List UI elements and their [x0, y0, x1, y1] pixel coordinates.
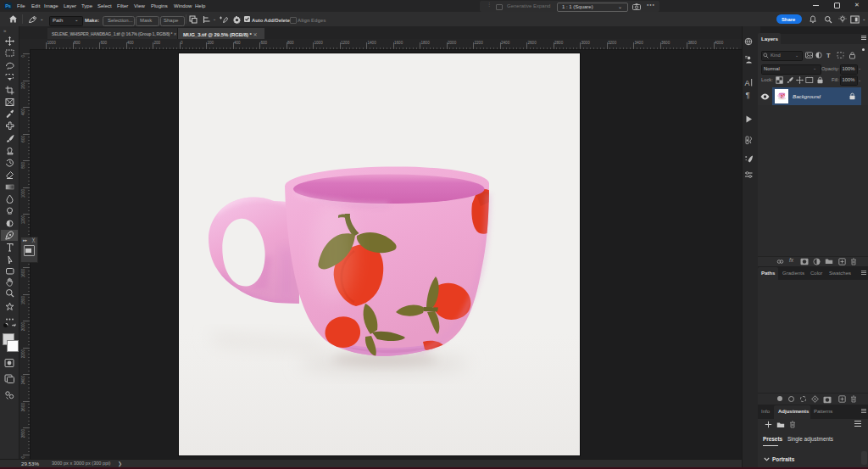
svg-text:¶: ¶: [745, 90, 749, 99]
svg-text:A: A: [744, 79, 749, 87]
